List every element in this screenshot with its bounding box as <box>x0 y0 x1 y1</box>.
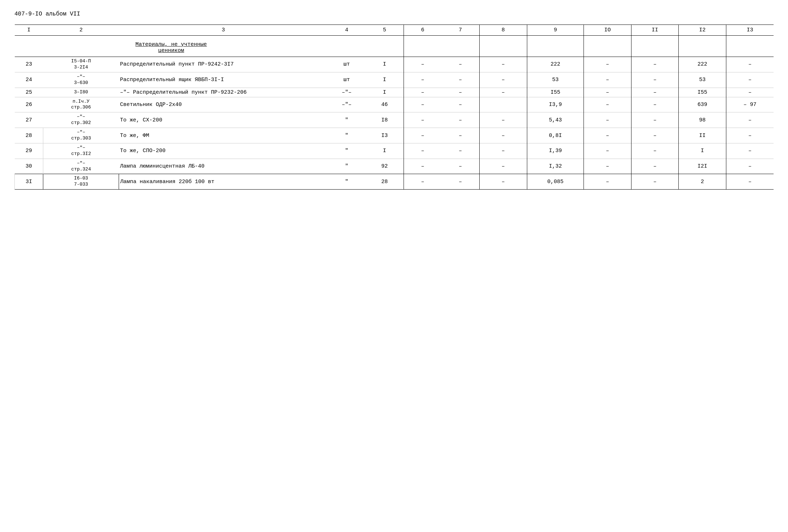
row-num: 28 <box>15 128 43 143</box>
row-col11: – <box>631 97 679 112</box>
row-col9: 222 <box>527 57 584 72</box>
row-col12: 222 <box>679 57 726 72</box>
table-row: 23 I5-04-П 3-2I4 Распределительный пункт… <box>15 57 774 72</box>
row-col10: – <box>584 57 631 72</box>
row-col7: – <box>441 143 479 159</box>
row-col10: – <box>584 112 631 128</box>
row-ref: –"– 3–630 <box>43 72 119 88</box>
row-col10: – <box>584 174 631 190</box>
row-col12: 639 <box>679 97 726 112</box>
row-col8: – <box>479 57 527 72</box>
row-col13: – <box>726 72 774 88</box>
row-col7: – <box>441 97 479 112</box>
col-header-5: 5 <box>366 25 404 36</box>
row-col8: – <box>479 72 527 88</box>
row-col5: I <box>366 57 404 72</box>
col-header-7: 7 <box>441 25 479 36</box>
col-header-10: IO <box>584 25 631 36</box>
row-num: 3I <box>15 174 43 190</box>
table-row: 30 –"– стр.324 Лампа люминисцентная ЛБ-4… <box>15 159 774 174</box>
row-col7: – <box>441 174 479 190</box>
row-col11: – <box>631 88 679 97</box>
row-col8: – <box>479 128 527 143</box>
row-num: 23 <box>15 57 43 72</box>
row-col12: I55 <box>679 88 726 97</box>
row-col4: " <box>328 112 366 128</box>
col-header-6: 6 <box>404 25 441 36</box>
row-col4: –"– <box>328 97 366 112</box>
row-ref: 3–I80 <box>43 88 119 97</box>
row-col6: – <box>404 57 441 72</box>
row-col9: 0,085 <box>527 174 584 190</box>
row-col5: 46 <box>366 97 404 112</box>
row-col13: – 97 <box>726 97 774 112</box>
row-col13: – <box>726 57 774 72</box>
row-ref: –"– стр.3I2 <box>43 143 119 159</box>
row-col4: шт <box>328 57 366 72</box>
row-desc: Распределительный ящик ЯВБП-3I-I <box>119 72 328 88</box>
row-col10: – <box>584 143 631 159</box>
row-desc: Светильник ОДР-2х40 <box>119 97 328 112</box>
table-row: 27 –"– стр.302 То же, СХ-200 " I8 – – – … <box>15 112 774 128</box>
row-col12: I2I <box>679 159 726 174</box>
row-col10: – <box>584 97 631 112</box>
table-row: 24 –"– 3–630 Распределительный ящик ЯВБП… <box>15 72 774 88</box>
row-col11: – <box>631 72 679 88</box>
row-col8 <box>479 97 527 112</box>
row-col11: – <box>631 128 679 143</box>
row-desc: То же, ФМ <box>119 128 328 143</box>
row-desc: То же, СХ-200 <box>119 112 328 128</box>
row-col9: I55 <box>527 88 584 97</box>
row-col12: 2 <box>679 174 726 190</box>
row-col8: – <box>479 143 527 159</box>
row-col6: – <box>404 143 441 159</box>
row-col7: – <box>441 159 479 174</box>
row-col12: II <box>679 128 726 143</box>
row-col6: – <box>404 112 441 128</box>
header-title: 407-9-IO альбом VII <box>14 11 80 17</box>
row-col10: – <box>584 72 631 88</box>
row-col5: 92 <box>366 159 404 174</box>
row-col7: – <box>441 57 479 72</box>
row-col6: – <box>404 174 441 190</box>
row-col5: I <box>366 143 404 159</box>
row-col9: I,32 <box>527 159 584 174</box>
row-col6: – <box>404 128 441 143</box>
row-col9: I,39 <box>527 143 584 159</box>
row-col10: – <box>584 88 631 97</box>
row-col13: – <box>726 174 774 190</box>
col-header-12: I2 <box>679 25 726 36</box>
table-row: 26 п.Iч.У стр.306 Светильник ОДР-2х40 –"… <box>15 97 774 112</box>
section-title-line1: Материалы, не учтенные <box>15 41 328 48</box>
row-col8: – <box>479 88 527 97</box>
row-col8: – <box>479 159 527 174</box>
row-col12: 53 <box>679 72 726 88</box>
row-col4: " <box>328 159 366 174</box>
col-header-11: II <box>631 25 679 36</box>
row-col4: шт <box>328 72 366 88</box>
row-col7: – <box>441 88 479 97</box>
row-col4: " <box>328 174 366 190</box>
row-col6: – <box>404 97 441 112</box>
row-col5: 28 <box>366 174 404 190</box>
row-ref: –"– стр.302 <box>43 112 119 128</box>
page-header: 407-9-IO альбом VII <box>14 11 774 17</box>
col-header-3: 3 <box>119 25 328 36</box>
table-row: 3I I6-03 7-033 Лампа накаливания 220б 10… <box>15 174 774 190</box>
row-col10: – <box>584 159 631 174</box>
row-col9: I3,9 <box>527 97 584 112</box>
row-ref: I6-03 7-033 <box>43 174 119 190</box>
row-num: 27 <box>15 112 43 128</box>
col-header-2: 2 <box>43 25 119 36</box>
row-num: 25 <box>15 88 43 97</box>
row-col4: " <box>328 143 366 159</box>
row-col9: 0,8I <box>527 128 584 143</box>
row-col11: – <box>631 57 679 72</box>
row-desc: Лампа накаливания 220б 100 вт <box>119 174 328 190</box>
section-header-row: Материалы, не учтенные ценником <box>15 36 774 57</box>
row-desc: Лампа люминисцентная ЛБ-40 <box>119 159 328 174</box>
col-header-9: 9 <box>527 25 584 36</box>
row-col8: – <box>479 112 527 128</box>
row-col11: – <box>631 112 679 128</box>
section-title-line2: ценником <box>15 48 328 54</box>
